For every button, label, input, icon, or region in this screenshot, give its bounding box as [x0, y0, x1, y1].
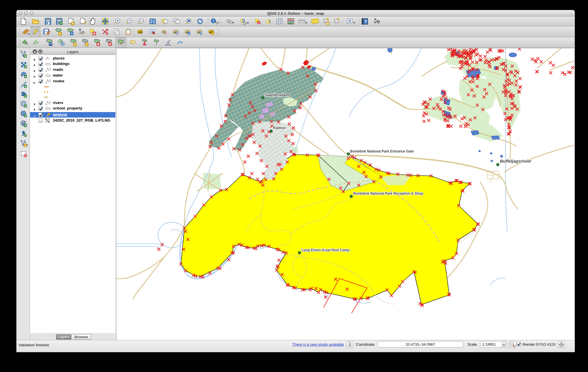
svg-text:Buffeljagsrivier: Buffeljagsrivier [500, 159, 532, 163]
svg-text:abc: abc [138, 31, 143, 34]
svg-text:ε: ε [268, 18, 270, 23]
svg-text:1:1: 1:1 [140, 20, 143, 22]
svg-text:Bontebok National Park Entranc: Bontebok National Park Entrance Gate [350, 149, 414, 153]
svg-text:Swellendam: Swellendam [264, 92, 289, 97]
svg-text:?: ? [365, 19, 367, 24]
svg-text:Bontebok National Park Recepti: Bontebok National Park Reception & Shop [353, 191, 423, 196]
svg-text:Lang Elsies Kraal Rest Camp: Lang Elsies Kraal Rest Camp [302, 248, 350, 252]
svg-text:T: T [349, 19, 351, 23]
svg-text:Railton: Railton [273, 126, 286, 130]
svg-text:?: ? [378, 19, 380, 25]
